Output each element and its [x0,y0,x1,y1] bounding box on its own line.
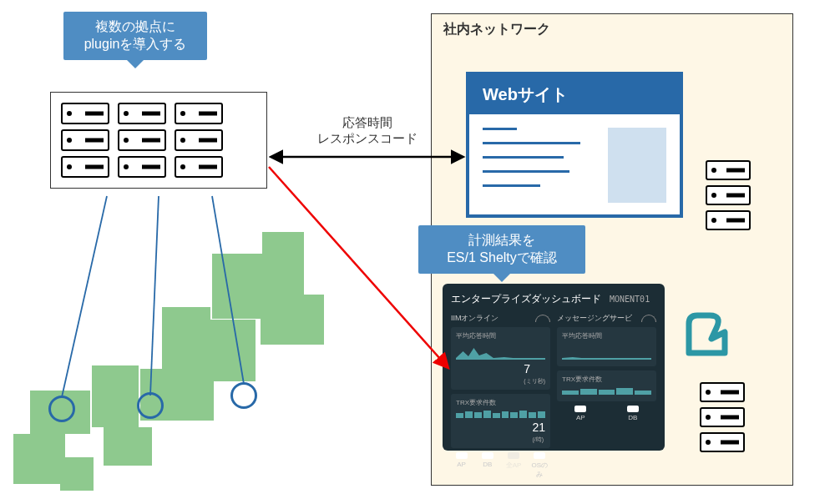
dashboard-section-right: メッセージングサービ [557,313,656,324]
shelty-logo [676,307,735,365]
shelty-server-stack [700,382,745,452]
callout-shelty: 計測結果を ES/1 Sheltyで確認 [418,225,585,274]
network-label: 社内ネットワーク [443,21,550,38]
location-marker [230,382,257,409]
arrow-label-line1: 応答時間 [317,115,418,131]
website-title: Webサイト [469,75,680,114]
server-rack [175,103,223,178]
callout-plugin-line1: 複数の拠点に [77,18,194,36]
web-server-stack [706,160,751,230]
dashboard-footer-right: AP DB [557,406,656,421]
location-marker [48,396,75,422]
location-marker [137,392,164,419]
footer-allap: 全AP [504,452,524,479]
response-line-chart [456,343,545,360]
server-unit [175,129,223,151]
enterprise-dashboard: エンタープライズダッシュボード MONENT01 IIMオンライン 平均応答時間… [443,284,665,451]
server-unit [700,432,745,452]
server-unit [700,382,745,402]
server-unit [706,210,751,230]
website-image-placeholder [608,128,666,203]
server-unit [118,129,166,151]
callout-plugin-line2: pluginを導入する [77,36,194,53]
dashboard-footer-left: AP DB 全AP OSのみ [451,452,550,479]
footer-os: OSのみ [529,452,550,479]
server-rack [61,103,109,178]
server-unit [175,156,223,178]
server-unit [175,103,223,124]
arrow-label-line2: レスポンスコード [317,131,418,147]
plugin-server-box [50,92,267,189]
callout-shelty-line2: ES/1 Sheltyで確認 [432,249,572,267]
response-line-chart-r [562,343,651,360]
dashboard-metric-trx: TRX要求件数 21(/時) [451,394,550,448]
server-unit [706,185,751,205]
dashboard-code: MONENT01 [610,295,650,304]
dashboard-metric-response-r: 平均応答時間 [557,327,656,366]
server-unit [61,129,109,151]
server-unit [61,103,109,124]
dashboard-section-left: IIMオンライン [451,313,550,324]
footer-db: DB [477,452,498,479]
trx-bar-chart [456,410,545,418]
footer-ap2: AP [557,406,605,421]
dashboard-title: エンタープライズダッシュボード [451,292,601,306]
dashboard-title-row: エンタープライズダッシュボード MONENT01 [451,292,656,306]
server-unit [118,103,166,124]
server-unit [118,156,166,178]
server-rack [118,103,166,178]
callout-shelty-line1: 計測結果を [432,232,572,249]
gauge-icon [535,315,550,322]
server-unit [700,407,745,427]
footer-db2: DB [610,406,657,421]
server-unit [61,156,109,178]
gauge-icon [641,315,656,322]
dashboard-metric-response: 平均応答時間 7(ミリ秒) [451,327,550,390]
server-unit [706,160,751,180]
trx-bar-chart-r [562,386,651,395]
website-mock: Webサイト [466,72,683,218]
footer-ap: AP [451,452,472,479]
japan-map [12,224,337,499]
arrow-label: 応答時間 レスポンスコード [317,115,418,147]
callout-plugin: 複数の拠点に pluginを導入する [63,12,207,60]
dashboard-metric-trx-r: TRX要求件数 [557,370,656,401]
website-text-lines [483,128,598,203]
website-body [469,114,680,216]
